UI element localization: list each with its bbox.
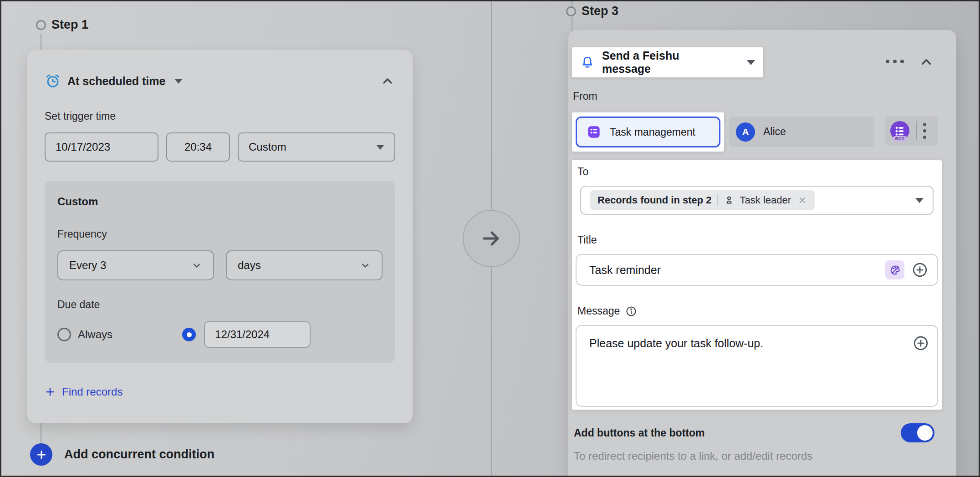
add-buttons-label: Add buttons at the bottom — [574, 427, 704, 439]
set-trigger-time-label: Set trigger time — [45, 110, 395, 122]
interval-select[interactable]: Every 3 — [57, 250, 214, 280]
collapse-action-card-button[interactable] — [918, 54, 934, 72]
remove-recipient-icon[interactable] — [797, 195, 807, 205]
message-label-row: Message — [577, 305, 637, 317]
interval-value: Every 3 — [69, 259, 106, 272]
step-3-label: Step 3 — [582, 4, 618, 18]
find-records-button[interactable]: Find records — [45, 386, 122, 398]
tag-divider — [717, 194, 718, 206]
message-label: Message — [577, 305, 620, 317]
due-date-radio-selected[interactable] — [182, 328, 196, 341]
trigger-type-label[interactable]: At scheduled time — [67, 75, 165, 88]
bell-icon — [580, 55, 595, 70]
task-management-app-icon — [585, 123, 602, 141]
due-date-label: Due date — [57, 299, 383, 311]
from-app-label: Task management — [610, 126, 695, 138]
due-date-input[interactable] — [204, 321, 311, 348]
chevron-up-icon — [918, 54, 934, 70]
plus-circle-icon — [913, 335, 929, 351]
step-1-circle-icon — [36, 20, 46, 30]
bot-avatar: BOT — [889, 120, 910, 141]
find-records-label: Find records — [62, 386, 122, 398]
repeat-mode-value: Custom — [249, 141, 286, 153]
from-user-label: Alice — [763, 126, 786, 138]
trigger-date-input[interactable] — [45, 132, 158, 162]
connector-line-step1-bottom — [41, 422, 41, 444]
due-date-options-row: Always — [57, 320, 383, 349]
recipient-tag-field: Task leader — [740, 194, 791, 206]
more-actions-button[interactable] — [886, 60, 904, 63]
unit-select[interactable]: days — [226, 250, 383, 280]
frequency-row: Every 3 days — [57, 250, 383, 280]
action-type-caret-icon — [747, 60, 755, 65]
from-label: From — [573, 90, 597, 102]
step-1-marker: Step 1 — [36, 18, 88, 32]
user-avatar: A — [736, 122, 755, 142]
trigger-type-caret-icon[interactable] — [174, 79, 183, 84]
to-label: To — [577, 166, 588, 178]
flow-arrow-node — [463, 210, 520, 267]
title-input-box — [576, 254, 938, 286]
chevron-down-icon — [191, 260, 202, 271]
repeat-mode-caret-icon — [376, 145, 384, 150]
from-app-option[interactable]: Task management — [576, 117, 720, 147]
plus-icon — [45, 386, 56, 397]
alarm-clock-icon — [45, 73, 61, 89]
step-3-marker: Step 3 — [566, 4, 618, 18]
action-type-select[interactable]: Send a Feishu message — [572, 47, 763, 77]
arrow-right-icon — [480, 227, 503, 250]
connector-line-step1-top — [41, 34, 41, 51]
repeat-mode-select[interactable]: Custom — [238, 132, 395, 162]
bot-badge: BOT — [893, 136, 908, 142]
toggle-knob — [917, 425, 933, 441]
insert-variable-message-button[interactable] — [913, 335, 929, 353]
action-type-label: Send a Feishu message — [602, 49, 730, 76]
collapse-trigger-card-button[interactable] — [380, 73, 395, 89]
from-more-options-button[interactable] — [923, 123, 926, 139]
trigger-time-input[interactable] — [166, 132, 230, 162]
title-label: Title — [577, 234, 597, 246]
add-plus-circle-icon[interactable] — [30, 443, 52, 466]
message-config-panel: To Records found in step 2 Task leader T… — [572, 160, 942, 410]
add-concurrent-condition-button[interactable]: Add concurrent condition — [30, 443, 214, 466]
trigger-time-row: Custom — [45, 132, 395, 162]
message-textarea[interactable]: Please update your task follow-up. — [588, 335, 905, 399]
action-card: Send a Feishu message From Task manageme… — [568, 30, 956, 477]
step-1-label: Step 1 — [51, 18, 88, 32]
trigger-card: At scheduled time Set trigger time Custo… — [27, 50, 413, 423]
frequency-label: Frequency — [57, 228, 383, 240]
from-bot-option[interactable]: BOT — [885, 116, 938, 146]
chip-divider — [916, 121, 917, 140]
title-input[interactable] — [588, 263, 885, 277]
add-buttons-hint: To redirect recipients to a link, or add… — [574, 450, 812, 462]
info-icon[interactable] — [625, 305, 637, 317]
insert-variable-title-button[interactable] — [912, 262, 928, 278]
unit-value: days — [238, 259, 261, 272]
recipients-select[interactable]: Records found in step 2 Task leader — [580, 186, 934, 215]
from-app-highlight: Task management — [572, 112, 724, 152]
add-concurrent-condition-label: Add concurrent condition — [64, 447, 214, 462]
from-user-option[interactable]: A Alice — [729, 117, 874, 147]
custom-schedule-panel: Custom Frequency Every 3 days Due date A… — [45, 181, 395, 363]
plus-circle-icon — [912, 262, 928, 278]
palette-icon — [889, 264, 901, 276]
chevron-down-icon — [360, 260, 371, 271]
always-radio[interactable] — [57, 328, 71, 341]
trigger-card-header: At scheduled time — [45, 50, 395, 89]
recipient-tag-source: Records found in step 2 — [597, 194, 712, 206]
style-palette-button[interactable] — [885, 260, 904, 279]
recipients-caret-icon — [915, 198, 924, 203]
person-icon — [724, 195, 735, 206]
add-buttons-toggle[interactable] — [901, 423, 934, 442]
step-3-circle-icon — [566, 6, 576, 16]
recipient-tag: Records found in step 2 Task leader — [590, 190, 815, 210]
message-input-box: Please update your task follow-up. — [576, 325, 938, 407]
custom-panel-title: Custom — [57, 181, 383, 208]
always-radio-label[interactable]: Always — [78, 328, 112, 341]
